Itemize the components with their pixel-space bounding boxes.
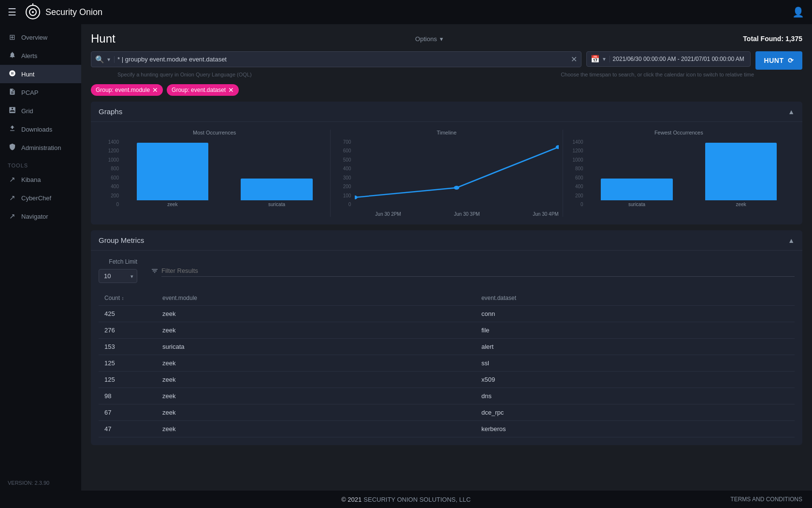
sidebar-item-downloads[interactable]: Downloads [0,120,81,138]
footer-copyright: © 2021 [341,496,362,503]
calendar-icon[interactable]: 📅 [591,55,600,63]
tag-event-dataset[interactable]: Group: event.dataset ✕ [167,84,239,96]
sidebar-item-grid[interactable]: Grid [0,102,81,120]
hunt-button[interactable]: HUNT ⟳ [755,51,802,70]
sidebar-item-hunt[interactable]: Hunt [0,65,81,83]
search-container: 🔍 ▾ ✕ [91,51,581,67]
search-clear-icon[interactable]: ✕ [571,55,577,64]
fewest-bars-area: suricata zeek [587,139,791,207]
table-row: 67 zeek dce_rpc [99,404,795,421]
administration-icon [8,143,16,152]
timeline-point-1 [355,195,358,199]
date-dropdown-icon[interactable]: ▾ [603,56,610,62]
cell-count-6: 67 [99,404,157,421]
fewest-bar-suricata: suricata [592,139,682,207]
hamburger-icon[interactable]: ☰ [8,6,16,18]
sort-icon: ↕ [121,296,124,301]
options-chevron-icon: ▾ [440,35,443,43]
most-occurrences-area: 1400 1200 1000 800 600 400 200 0 [102,139,326,217]
cell-module-1: zeek [157,322,476,339]
fewest-bar-suricata-rect [601,179,673,200]
footer-company[interactable]: SECURITY ONION SOLUTIONS, LLC [363,496,471,503]
alerts-icon [8,51,16,60]
most-bar-suricata-rect [241,179,313,200]
group-metrics-title: Group Metrics [99,236,144,244]
downloads-icon [8,125,16,134]
graphs-collapse-icon[interactable]: ▲ [788,108,795,116]
filter-icon [151,267,159,275]
footer-terms[interactable]: TERMS AND CONDITIONS [730,496,802,503]
logo: Security Onion [24,3,102,21]
most-y-tick-400: 400 [111,184,119,189]
cell-dataset-5: dns [476,388,795,404]
timeline-area: 700 600 500 400 300 200 100 0 [334,139,558,217]
table-row: 425 zeek conn [99,306,795,322]
table-row: 125 zeek x509 [99,372,795,388]
sidebar-item-pcap[interactable]: PCAP [0,83,81,102]
count-col-label: Count [104,295,120,301]
grid-icon [8,106,16,115]
timeline-point-2 [454,186,459,190]
date-range-value: 2021/06/30 00:00:00 AM - 2021/07/01 00:0… [613,52,744,66]
sidebar-item-navigator[interactable]: ↗ Navigator [0,207,81,225]
table-header-row: Count ↕ event.module event.dataset [99,291,795,306]
timeline-label: Timeline [334,130,558,135]
main-layout: ⊞ Overview Alerts Hunt [0,24,812,491]
tag-event-dataset-close-icon[interactable]: ✕ [228,86,234,94]
event-module-col-label: event.module [162,295,197,301]
table-row: 125 zeek ssl [99,355,795,372]
cell-dataset-6: dce_rpc [476,404,795,421]
tag-event-module[interactable]: Group: event.module ✕ [91,84,163,96]
fetch-limit-wrapper: 10 25 50 100 ▾ [99,269,137,283]
cell-count-4: 125 [99,372,157,388]
tag-event-dataset-label: Group: event.dataset [172,87,226,93]
th-event-module[interactable]: event.module [157,291,476,306]
most-y-tick-1200: 1200 [108,148,119,153]
th-count[interactable]: Count ↕ [99,291,157,306]
search-dropdown-icon[interactable]: ▾ [107,56,115,63]
th-event-dataset[interactable]: event.dataset [476,291,795,306]
total-found-label: Total Found: [743,35,783,43]
hunt-button-label: HUNT [764,57,784,64]
cell-count-5: 98 [99,388,157,404]
cyberchef-icon: ↗ [8,194,16,202]
metrics-content: Fetch Limit 10 25 50 100 ▾ [91,251,802,445]
navigator-icon: ↗ [8,212,16,221]
timeline-y-axis: 700 600 500 400 300 200 100 0 [334,139,353,207]
most-bar-suricata: suricata [232,139,322,207]
fetch-limit-select[interactable]: 10 25 50 100 [99,269,137,283]
most-y-tick-0: 0 [116,202,119,207]
user-icon[interactable]: 👤 [792,6,804,18]
options-dropdown[interactable]: Options ▾ [415,35,443,43]
fewest-occurrences-graph: Fewest Occurrences 1400 1200 1000 800 60… [563,130,795,217]
timeline-label-4pm: Jun 30 4PM [533,211,558,217]
kibana-icon: ↗ [8,175,16,184]
timeline-label-3pm: Jun 30 3PM [454,211,479,217]
filter-row [151,265,795,277]
fetch-row: Fetch Limit 10 25 50 100 ▾ [99,258,795,283]
tag-event-module-close-icon[interactable]: ✕ [152,86,158,94]
table-body: 425 zeek conn 276 zeek file 153 suricata… [99,306,795,437]
sidebar-item-cyberchef[interactable]: ↗ CyberChef [0,189,81,207]
most-y-axis: 1400 1200 1000 800 600 400 200 0 [102,139,121,207]
cell-dataset-3: ssl [476,355,795,372]
filter-input[interactable] [161,265,795,277]
fewest-bar-zeek: zeek [696,139,786,207]
timeline-graph: Timeline 700 600 500 400 300 200 100 0 [330,130,562,217]
group-metrics-collapse-icon[interactable]: ▲ [788,237,795,244]
timeline-x-labels: Jun 30 2PM Jun 30 3PM Jun 30 4PM [355,211,558,217]
date-hint: Choose the timespan to search, or click … [561,71,754,78]
fewest-y-axis: 1400 1200 1000 800 600 400 200 0 [567,139,585,207]
sidebar-item-overview[interactable]: ⊞ Overview [0,28,81,46]
total-found-value: 1,375 [785,35,802,43]
topbar: ☰ Security Onion 👤 [0,0,812,24]
sidebar-item-administration[interactable]: Administration [0,138,81,157]
sidebar-item-kibana[interactable]: ↗ Kibana [0,170,81,189]
most-bar-zeek-rect [137,143,209,200]
tags-row: Group: event.module ✕ Group: event.datas… [91,84,802,96]
cell-count-0: 425 [99,306,157,322]
sidebar-item-alerts[interactable]: Alerts [0,46,81,65]
search-icon[interactable]: 🔍 [95,55,104,64]
table-row: 276 zeek file [99,322,795,339]
search-input[interactable] [117,52,568,67]
